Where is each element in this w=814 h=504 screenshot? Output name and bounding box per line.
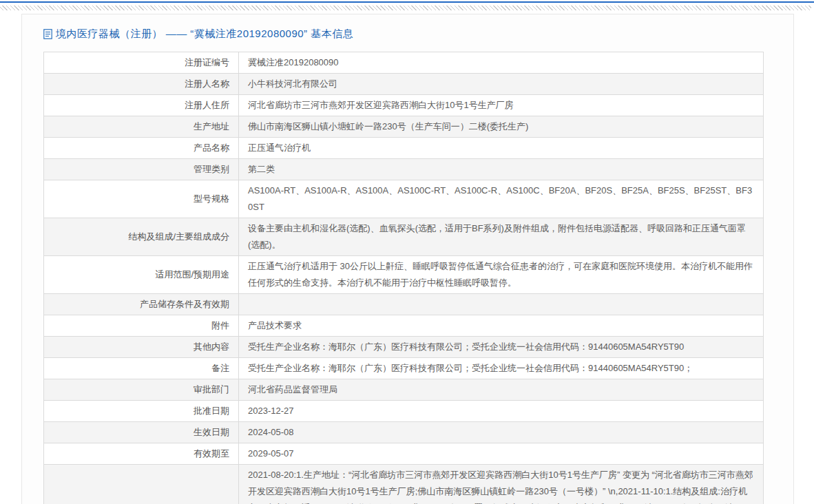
top-accent-bar <box>0 1 814 3</box>
row-label-cell: 型号规格 <box>44 180 239 218</box>
table-row: 生产地址佛山市南海区狮山镇小塘虹岭一路230号（生产车间一）二楼(委托生产) <box>44 116 764 138</box>
row-value-cell: 设备主要由主机和湿化器(选配)、血氧探头(选配，适用于BF系列)及附件组成，附件… <box>239 218 764 256</box>
row-value-cell: 冀械注准20192080090 <box>239 52 764 74</box>
table-row: 型号规格AS100A-RT、AS100A-R、AS100A、AS100C-RT、… <box>44 180 764 218</box>
content-panel: 境内医疗器械（注册） —— “冀械注准20192080090” 基本信息 注册证… <box>21 14 794 504</box>
row-label-cell: 有效期至 <box>44 443 239 465</box>
row-value-cell: 受托生产企业名称：海耶尔（广东）医疗科技有限公司；受托企业统一社会信用代码：91… <box>239 337 764 358</box>
row-label-cell: 其他内容 <box>44 337 239 358</box>
table-row: 产品名称正压通气治疗机 <box>44 138 764 159</box>
table-row: 注册人名称小牛科技河北有限公司 <box>44 74 764 95</box>
row-label-cell: 注册人住所 <box>44 95 239 116</box>
row-value-cell: 2029-05-07 <box>239 443 764 465</box>
row-value-cell: 小牛科技河北有限公司 <box>239 74 764 95</box>
row-label-cell: 注册人名称 <box>44 74 239 95</box>
row-value-cell: 2023-12-27 <box>239 401 764 422</box>
row-value-cell: 第二类 <box>239 159 764 180</box>
row-label-cell: 批准日期 <box>44 401 239 422</box>
table-row: 有效期至2029-05-07 <box>44 443 764 465</box>
table-row: 附件产品技术要求 <box>44 315 764 337</box>
row-label-cell: 管理类别 <box>44 159 239 180</box>
table-row: 适用范围/预期用途正压通气治疗机适用于 30公斤以上鼾症、睡眠呼吸暂停低通气综合… <box>44 256 764 294</box>
row-value-cell: 正压通气治疗机适用于 30公斤以上鼾症、睡眠呼吸暂停低通气综合征患者的治疗，可在… <box>239 256 764 294</box>
table-row: 批准日期2023-12-27 <box>44 401 764 422</box>
table-row: 备注受托生产企业名称：海耶尔（广东）医疗科技有限公司；受托企业统一社会信用代码：… <box>44 358 764 379</box>
table-row: 管理类别第二类 <box>44 159 764 180</box>
table-row: 审批部门河北省药品监督管理局 <box>44 379 764 401</box>
row-value-cell: AS100A-RT、AS100A-R、AS100A、AS100C-RT、AS10… <box>239 180 764 218</box>
hatch-pattern-band <box>0 6 811 10</box>
row-value-cell: 佛山市南海区狮山镇小塘虹岭一路230号（生产车间一）二楼(委托生产) <box>239 116 764 138</box>
row-label-cell: 结构及组成/主要组成成分 <box>44 218 239 256</box>
table-row: 注册人住所河北省廊坊市三河市燕郊开发区迎宾路西潮白大街10号1号生产厂房 <box>44 95 764 116</box>
table-row: 产品储存条件及有效期 <box>44 294 764 315</box>
row-label-cell: 生效日期 <box>44 422 239 443</box>
row-value-cell: 受托生产企业名称：海耶尔（广东）医疗科技有限公司；受托企业统一社会信用代码：91… <box>239 358 764 379</box>
document-icon <box>43 29 52 39</box>
registration-info-table: 注册证编号冀械注准20192080090注册人名称小牛科技河北有限公司注册人住所… <box>43 52 764 504</box>
row-value-cell <box>239 294 764 315</box>
row-label-cell: 注册证编号 <box>44 52 239 74</box>
row-label-cell: 审批部门 <box>44 379 239 401</box>
table-row: 生效日期2024-05-08 <box>44 422 764 443</box>
table-row: 2021-08-20:1.生产地址：“河北省廊坊市三河市燕郊开发区迎宾路西潮白大… <box>44 465 764 504</box>
row-value-cell: 正压通气治疗机 <box>239 138 764 159</box>
row-label-cell: 产品名称 <box>44 138 239 159</box>
row-value-cell: 河北省药品监督管理局 <box>239 379 764 401</box>
row-label-cell: 产品储存条件及有效期 <box>44 294 239 315</box>
row-label-cell: 生产地址 <box>44 116 239 138</box>
row-value-cell: 产品技术要求 <box>239 315 764 337</box>
page-title: 境内医疗器械（注册） —— “冀械注准20192080090” 基本信息 <box>56 28 353 41</box>
row-label-cell: 附件 <box>44 315 239 337</box>
title-bar: 境内医疗器械（注册） —— “冀械注准20192080090” 基本信息 <box>22 14 793 42</box>
table-row: 其他内容受托生产企业名称：海耶尔（广东）医疗科技有限公司；受托企业统一社会信用代… <box>44 337 764 358</box>
row-label-cell <box>44 465 239 504</box>
table-row: 结构及组成/主要组成成分设备主要由主机和湿化器(选配)、血氧探头(选配，适用于B… <box>44 218 764 256</box>
row-label-cell: 备注 <box>44 358 239 379</box>
row-value-cell: 河北省廊坊市三河市燕郊开发区迎宾路西潮白大街10号1号生产厂房 <box>239 95 764 116</box>
row-label-cell: 适用范围/预期用途 <box>44 256 239 294</box>
table-row: 注册证编号冀械注准20192080090 <box>44 52 764 74</box>
row-value-cell: 2024-05-08 <box>239 422 764 443</box>
row-value-cell: 2021-08-20:1.生产地址：“河北省廊坊市三河市燕郊开发区迎宾路西潮白大… <box>239 465 764 504</box>
